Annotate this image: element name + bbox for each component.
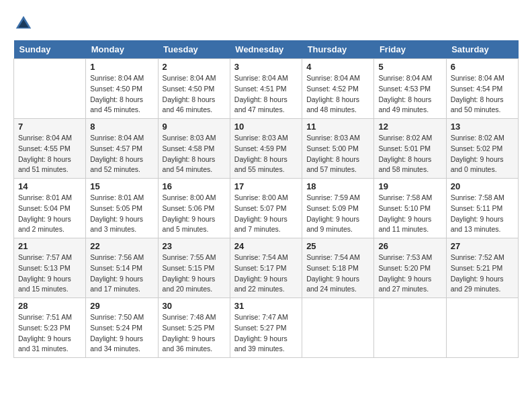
calendar-cell: 27Sunrise: 7:52 AMSunset: 5:21 PMDayligh… — [446, 238, 518, 298]
day-header-saturday: Saturday — [446, 40, 518, 59]
day-info: Sunrise: 8:04 AMSunset: 4:53 PMDaylight:… — [378, 73, 441, 116]
day-info: Sunrise: 8:03 AMSunset: 4:58 PMDaylight:… — [163, 133, 226, 175]
calendar-cell — [302, 298, 374, 358]
calendar-cell: 20Sunrise: 7:58 AMSunset: 5:11 PMDayligh… — [446, 179, 518, 238]
calendar-cell: 9Sunrise: 8:03 AMSunset: 4:58 PMDaylight… — [158, 119, 230, 179]
calendar-cell: 30Sunrise: 7:48 AMSunset: 5:25 PMDayligh… — [158, 298, 230, 358]
day-number: 13 — [451, 122, 514, 132]
calendar-cell: 1Sunrise: 8:04 AMSunset: 4:50 PMDaylight… — [86, 59, 158, 119]
day-header-monday: Monday — [86, 40, 158, 59]
calendar-cell: 21Sunrise: 7:57 AMSunset: 5:13 PMDayligh… — [14, 238, 86, 298]
day-info: Sunrise: 7:58 AMSunset: 5:10 PMDaylight:… — [378, 193, 441, 235]
page-header — [13, 13, 519, 34]
day-info: Sunrise: 7:58 AMSunset: 5:11 PMDaylight:… — [451, 193, 514, 235]
calendar-cell: 7Sunrise: 8:04 AMSunset: 4:55 PMDaylight… — [14, 119, 86, 179]
day-info: Sunrise: 8:00 AMSunset: 5:07 PMDaylight:… — [234, 193, 298, 235]
week-row-2: 7Sunrise: 8:04 AMSunset: 4:55 PMDaylight… — [14, 119, 519, 179]
day-header-sunday: Sunday — [14, 40, 86, 59]
calendar-cell: 29Sunrise: 7:50 AMSunset: 5:24 PMDayligh… — [86, 298, 158, 358]
day-info: Sunrise: 7:48 AMSunset: 5:25 PMDaylight:… — [163, 312, 226, 355]
day-number: 29 — [90, 301, 153, 311]
day-info: Sunrise: 8:04 AMSunset: 4:57 PMDaylight:… — [90, 133, 153, 175]
day-number: 15 — [90, 181, 153, 191]
logo-icon — [13, 13, 34, 34]
day-number: 1 — [90, 62, 153, 72]
calendar-cell: 4Sunrise: 8:04 AMSunset: 4:52 PMDaylight… — [302, 59, 374, 119]
day-info: Sunrise: 8:04 AMSunset: 4:52 PMDaylight:… — [306, 73, 369, 116]
day-info: Sunrise: 8:00 AMSunset: 5:06 PMDaylight:… — [163, 193, 226, 235]
day-info: Sunrise: 8:04 AMSunset: 4:50 PMDaylight:… — [163, 73, 226, 116]
calendar-cell: 31Sunrise: 7:47 AMSunset: 5:27 PMDayligh… — [230, 298, 302, 358]
day-info: Sunrise: 7:51 AMSunset: 5:23 PMDaylight:… — [18, 312, 81, 355]
day-info: Sunrise: 8:01 AMSunset: 5:05 PMDaylight:… — [90, 193, 153, 235]
day-info: Sunrise: 7:54 AMSunset: 5:18 PMDaylight:… — [306, 253, 369, 295]
calendar-cell: 22Sunrise: 7:56 AMSunset: 5:14 PMDayligh… — [86, 238, 158, 298]
day-info: Sunrise: 8:04 AMSunset: 4:50 PMDaylight:… — [90, 73, 153, 116]
day-info: Sunrise: 7:53 AMSunset: 5:20 PMDaylight:… — [378, 253, 441, 295]
calendar-body: 1Sunrise: 8:04 AMSunset: 4:50 PMDaylight… — [14, 59, 519, 358]
day-number: 26 — [378, 241, 441, 251]
day-info: Sunrise: 7:59 AMSunset: 5:09 PMDaylight:… — [306, 193, 369, 235]
day-number: 31 — [234, 301, 298, 311]
calendar-header: SundayMondayTuesdayWednesdayThursdayFrid… — [14, 40, 519, 59]
day-header-tuesday: Tuesday — [158, 40, 230, 59]
calendar-cell: 15Sunrise: 8:01 AMSunset: 5:05 PMDayligh… — [86, 179, 158, 238]
calendar-cell: 28Sunrise: 7:51 AMSunset: 5:23 PMDayligh… — [14, 298, 86, 358]
week-row-3: 14Sunrise: 8:01 AMSunset: 5:04 PMDayligh… — [14, 179, 519, 238]
day-number: 10 — [234, 122, 298, 132]
day-info: Sunrise: 8:01 AMSunset: 5:04 PMDaylight:… — [18, 193, 81, 235]
day-number: 24 — [234, 241, 298, 251]
days-of-week-row: SundayMondayTuesdayWednesdayThursdayFrid… — [14, 40, 519, 59]
calendar-cell — [374, 298, 446, 358]
calendar-cell: 25Sunrise: 7:54 AMSunset: 5:18 PMDayligh… — [302, 238, 374, 298]
day-number: 7 — [18, 122, 81, 132]
day-number: 9 — [163, 122, 226, 132]
day-info: Sunrise: 8:04 AMSunset: 4:55 PMDaylight:… — [18, 133, 81, 175]
day-number: 2 — [163, 62, 226, 72]
day-info: Sunrise: 7:50 AMSunset: 5:24 PMDaylight:… — [90, 312, 153, 355]
day-number: 12 — [378, 122, 441, 132]
day-number: 14 — [18, 181, 81, 191]
day-header-friday: Friday — [374, 40, 446, 59]
calendar-cell: 14Sunrise: 8:01 AMSunset: 5:04 PMDayligh… — [14, 179, 86, 238]
day-number: 18 — [306, 181, 369, 191]
day-number: 30 — [163, 301, 226, 311]
week-row-1: 1Sunrise: 8:04 AMSunset: 4:50 PMDaylight… — [14, 59, 519, 119]
day-number: 6 — [451, 62, 514, 72]
calendar-cell: 18Sunrise: 7:59 AMSunset: 5:09 PMDayligh… — [302, 179, 374, 238]
calendar-cell — [14, 59, 86, 119]
day-number: 3 — [234, 62, 298, 72]
week-row-5: 28Sunrise: 7:51 AMSunset: 5:23 PMDayligh… — [14, 298, 519, 358]
calendar-cell — [446, 298, 518, 358]
week-row-4: 21Sunrise: 7:57 AMSunset: 5:13 PMDayligh… — [14, 238, 519, 298]
day-number: 21 — [18, 241, 81, 251]
day-number: 8 — [90, 122, 153, 132]
calendar-cell: 23Sunrise: 7:55 AMSunset: 5:15 PMDayligh… — [158, 238, 230, 298]
day-number: 27 — [451, 241, 514, 251]
day-number: 5 — [378, 62, 441, 72]
calendar-cell: 8Sunrise: 8:04 AMSunset: 4:57 PMDaylight… — [86, 119, 158, 179]
calendar-cell: 6Sunrise: 8:04 AMSunset: 4:54 PMDaylight… — [446, 59, 518, 119]
day-info: Sunrise: 7:47 AMSunset: 5:27 PMDaylight:… — [234, 312, 298, 355]
calendar-table: SundayMondayTuesdayWednesdayThursdayFrid… — [13, 40, 519, 358]
day-number: 23 — [163, 241, 226, 251]
day-info: Sunrise: 8:04 AMSunset: 4:51 PMDaylight:… — [234, 73, 298, 116]
day-info: Sunrise: 7:52 AMSunset: 5:21 PMDaylight:… — [451, 253, 514, 295]
day-info: Sunrise: 7:56 AMSunset: 5:14 PMDaylight:… — [90, 253, 153, 295]
day-number: 11 — [306, 122, 369, 132]
day-header-thursday: Thursday — [302, 40, 374, 59]
day-info: Sunrise: 7:54 AMSunset: 5:17 PMDaylight:… — [234, 253, 298, 295]
day-info: Sunrise: 8:02 AMSunset: 5:02 PMDaylight:… — [451, 133, 514, 175]
calendar-cell: 26Sunrise: 7:53 AMSunset: 5:20 PMDayligh… — [374, 238, 446, 298]
calendar-cell: 10Sunrise: 8:03 AMSunset: 4:59 PMDayligh… — [230, 119, 302, 179]
calendar-cell: 2Sunrise: 8:04 AMSunset: 4:50 PMDaylight… — [158, 59, 230, 119]
day-number: 28 — [18, 301, 81, 311]
day-number: 20 — [451, 181, 514, 191]
calendar-cell: 12Sunrise: 8:02 AMSunset: 5:01 PMDayligh… — [374, 119, 446, 179]
calendar-cell: 17Sunrise: 8:00 AMSunset: 5:07 PMDayligh… — [230, 179, 302, 238]
logo — [13, 13, 36, 34]
calendar-cell: 24Sunrise: 7:54 AMSunset: 5:17 PMDayligh… — [230, 238, 302, 298]
day-number: 25 — [306, 241, 369, 251]
calendar-cell: 11Sunrise: 8:03 AMSunset: 5:00 PMDayligh… — [302, 119, 374, 179]
calendar-cell: 19Sunrise: 7:58 AMSunset: 5:10 PMDayligh… — [374, 179, 446, 238]
